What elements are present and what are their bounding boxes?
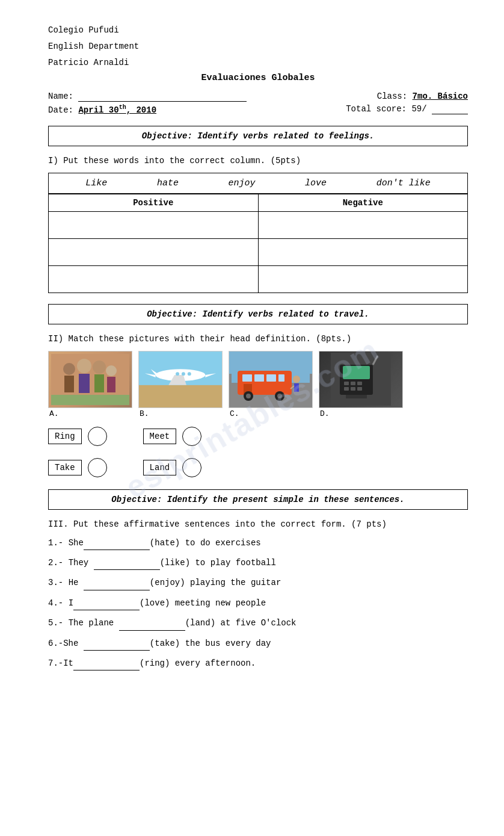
s1-num: 1.- (48, 538, 63, 548)
svg-rect-25 (266, 374, 276, 382)
sentence-2: 2.- They (like) to play football (48, 556, 468, 570)
svg-rect-38 (344, 382, 349, 385)
word-hate: hate (157, 178, 179, 188)
match-take-circle[interactable] (88, 458, 107, 477)
s4-start: I (69, 598, 73, 608)
picture-b-label: B. (138, 409, 149, 418)
svg-rect-11 (139, 385, 222, 406)
name-label: Name: (48, 91, 73, 101)
total-label: Total score: 59/ (346, 104, 426, 114)
s5-verb: (land) (185, 618, 215, 628)
name-class-row: Name: Class: 7mo. Básico (48, 91, 468, 102)
sentences-section: 1.- She (hate) to do exercises 2.- They … (48, 536, 468, 671)
date-total-row: Date: April 30th, 2010 Total score: 59/ (48, 104, 468, 115)
match-meet-label: Meet (143, 429, 177, 444)
date-label: Date: (48, 105, 73, 115)
s6-num: 6.-She (48, 639, 78, 648)
s3-verb: (enjoy) (150, 578, 185, 587)
col-positive-header: Positive (49, 194, 259, 211)
total-score-field[interactable] (432, 104, 468, 114)
negative-cell-3[interactable] (258, 265, 468, 293)
picture-d-label: D. (319, 409, 330, 418)
s4-verb: (love) (140, 598, 170, 608)
s1-verb: (hate) (150, 538, 180, 548)
sentence-6: 6.-She (take) the bus every day (48, 637, 468, 651)
s3-blank[interactable] (84, 576, 150, 590)
word-like: Like (85, 178, 107, 188)
match-take-label: Take (48, 460, 82, 475)
sentence-5: 5.- The plane (land) at five O'clock (48, 616, 468, 630)
s5-num: 5.- (48, 618, 63, 628)
s7-num: 7.-It (48, 658, 73, 668)
sentence-3: 3.- He (enjoy) playing the guitar (48, 576, 468, 590)
match-land-label: Land (143, 460, 177, 475)
sentence-1: 1.- She (hate) to do exercises (48, 536, 468, 550)
match-ring-circle[interactable] (88, 427, 107, 446)
name-field[interactable] (78, 91, 247, 102)
svg-rect-23 (242, 374, 252, 382)
s5-end: at five O'clock (220, 618, 296, 628)
svg-point-18 (182, 372, 185, 376)
negative-cell-1[interactable] (258, 211, 468, 238)
svg-rect-6 (94, 374, 104, 392)
section2-instruction: II) Match these pictures with their head… (48, 334, 468, 344)
negative-cell-2[interactable] (258, 238, 468, 265)
match-take: Take (48, 458, 107, 477)
match-meet-circle[interactable] (182, 427, 201, 446)
svg-point-17 (176, 372, 179, 376)
page-title: Evaluaciones Globales (48, 73, 468, 83)
s3-end: playing the guitar (190, 578, 281, 587)
positive-cell-3[interactable] (49, 265, 259, 293)
svg-rect-8 (107, 377, 115, 392)
s4-blank[interactable] (73, 596, 140, 610)
svg-point-32 (293, 376, 300, 383)
objective-2-box: Objective: Identify verbs related to tra… (48, 304, 468, 324)
s7-blank[interactable] (73, 657, 140, 670)
section3-instruction: III. Put these affirmative sentences int… (48, 519, 468, 529)
table-row (49, 211, 468, 238)
header-school: Colegio Pufudi (48, 24, 468, 37)
positive-cell-1[interactable] (49, 211, 259, 238)
section1-instruction: I) Put these words into the correct colu… (48, 156, 468, 166)
svg-rect-45 (346, 395, 367, 398)
header-teacher: Patricio Arnaldi (48, 57, 468, 69)
s5-blank[interactable] (119, 616, 185, 630)
svg-rect-24 (254, 374, 264, 382)
svg-rect-2 (64, 376, 74, 392)
col-negative-header: Negative (258, 194, 468, 211)
pictures-row: A. B. (48, 351, 468, 418)
s1-blank[interactable] (84, 536, 150, 550)
match-land-circle[interactable] (182, 458, 201, 477)
s2-blank[interactable] (94, 556, 160, 570)
class-value: 7mo. Básico (413, 91, 468, 101)
word-dontlike: don't like (376, 178, 431, 188)
s1-end: to do exercises (185, 538, 261, 548)
header-department: English Department (48, 40, 468, 53)
picture-c-label: C. (229, 409, 239, 418)
svg-rect-43 (357, 387, 362, 391)
s6-end: the bus every day (185, 639, 271, 648)
svg-rect-26 (278, 374, 284, 382)
image-family (48, 351, 132, 408)
positive-negative-table: Positive Negative (48, 194, 468, 293)
svg-rect-39 (351, 382, 355, 385)
image-plane (138, 351, 223, 408)
svg-point-7 (106, 365, 117, 376)
svg-point-5 (93, 361, 106, 374)
match-ring-label: Ring (48, 429, 82, 444)
svg-point-31 (277, 394, 282, 398)
svg-rect-42 (351, 387, 355, 391)
matching-row-2: Take Land (48, 458, 468, 477)
s2-num: 2.- (48, 558, 63, 568)
s1-start: She (69, 538, 84, 548)
svg-rect-9 (51, 395, 129, 405)
match-land: Land (143, 458, 202, 477)
svg-rect-33 (294, 383, 299, 392)
svg-rect-41 (344, 387, 349, 391)
s6-blank[interactable] (84, 637, 150, 651)
positive-cell-2[interactable] (49, 238, 259, 265)
table-row (49, 238, 468, 265)
sentence-7: 7.-It (ring) every afternoon. (48, 657, 468, 670)
svg-rect-37 (343, 366, 370, 379)
word-enjoy: enjoy (228, 178, 255, 188)
